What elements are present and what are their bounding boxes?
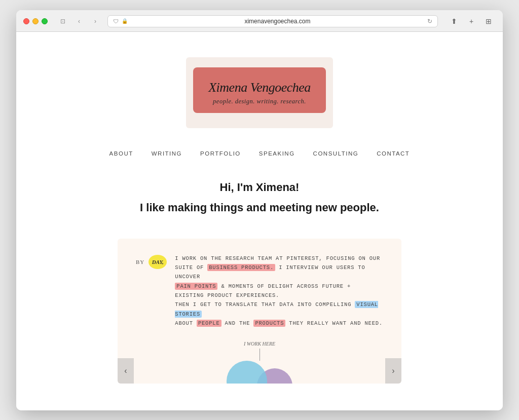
- card-text-line5-post: THEY REALLY WANT AND NEED.: [285, 320, 383, 326]
- nav-portfolio[interactable]: PORTFOLIO: [200, 150, 241, 157]
- card-body-text: I WORK ON THE RESEARCH TEAM AT PINTEREST…: [175, 254, 383, 328]
- by-text: BY: [136, 259, 144, 265]
- carousel-next-button[interactable]: ›: [385, 358, 401, 384]
- i-work-here-label: I WORK HERE: [244, 341, 275, 347]
- card-highlight-people: PEOPLE: [197, 320, 221, 327]
- security-icon: 🛡: [113, 18, 119, 24]
- card-highlight-products: PRODUCTS: [253, 320, 285, 327]
- hero-section: Hi, I'm Ximena! I like making things and…: [130, 167, 389, 239]
- address-bar[interactable]: 🛡 🔒 ximenavengoechea.com ↻: [107, 15, 438, 27]
- webpage-content: Ximena Vengoechea people. design. writin…: [16, 32, 503, 410]
- site-logo-tagline: people. design. writing. research.: [208, 98, 311, 105]
- reload-icon[interactable]: ↻: [427, 18, 432, 25]
- window-controls: ⊡ ‹ ›: [56, 16, 102, 27]
- browser-titlebar: ⊡ ‹ › 🛡 🔒 ximenavengoechea.com ↻ ⬆ + ⊞: [16, 10, 503, 31]
- browser-chrome: ⊡ ‹ › 🛡 🔒 ximenavengoechea.com ↻ ⬆ + ⊞: [16, 10, 503, 32]
- card-content: BY DAY, I WORK ON THE RESEARCH TEAM AT P…: [136, 254, 383, 328]
- fullscreen-button[interactable]: [42, 18, 48, 24]
- logo-container: Ximena Vengoechea people. design. writin…: [186, 57, 333, 128]
- navigation: ABOUT WRITING PORTFOLIO SPEAKING CONSULT…: [109, 143, 410, 167]
- logo-text-block: Ximena Vengoechea people. design. writin…: [208, 80, 311, 105]
- browser-actions: ⬆ + ⊞: [447, 16, 496, 27]
- day-badge: DAY,: [149, 255, 167, 269]
- nav-about[interactable]: ABOUT: [109, 150, 133, 157]
- card-text-line5-mid: AND THE: [221, 320, 254, 326]
- site-logo-name: Ximena Vengoechea: [208, 80, 311, 95]
- sidebar-toggle-button[interactable]: ⊡: [56, 16, 70, 27]
- nav-contact[interactable]: CONTACT: [377, 150, 410, 157]
- card-highlight-business-products: BUSINESS PRODUCTS.: [207, 264, 275, 271]
- traffic-lights: [23, 18, 48, 24]
- logo-section: Ximena Vengoechea people. design. writin…: [176, 32, 343, 143]
- minimize-button[interactable]: [32, 18, 39, 24]
- close-button[interactable]: [23, 18, 29, 24]
- nav-consulting[interactable]: CONSULTING: [313, 150, 359, 157]
- card-text-line1: I WORK ON THE RESEARCH TEAM AT PINTEREST…: [175, 255, 380, 261]
- hero-tagline: I like making things and meeting new peo…: [140, 201, 379, 214]
- card-text-line4: THEN I GET TO TRANSLATE THAT DATA INTO C…: [175, 301, 355, 308]
- by-day-label: BY DAY,: [136, 255, 167, 269]
- infographic-card: BY DAY, I WORK ON THE RESEARCH TEAM AT P…: [118, 239, 401, 384]
- forward-button[interactable]: ›: [88, 16, 102, 27]
- nav-writing[interactable]: WRITING: [152, 150, 182, 157]
- grid-button[interactable]: ⊞: [481, 16, 496, 27]
- nav-speaking[interactable]: SPEAKING: [259, 150, 295, 157]
- new-tab-button[interactable]: +: [464, 16, 478, 27]
- card-text-line2-pre: SUITE OF: [175, 264, 207, 271]
- card-text-line5-pre: ABOUT: [175, 320, 197, 326]
- back-button[interactable]: ‹: [72, 16, 86, 27]
- carousel-prev-button[interactable]: ‹: [118, 358, 134, 384]
- carousel-navigation: ‹ ›: [118, 358, 401, 384]
- lock-icon: 🔒: [122, 18, 128, 24]
- share-button[interactable]: ⬆: [447, 16, 461, 27]
- url-text: ximenavengoechea.com: [131, 18, 424, 25]
- browser-window: ⊡ ‹ › 🛡 🔒 ximenavengoechea.com ↻ ⬆ + ⊞: [16, 10, 503, 410]
- card-highlight-pain-points: PAIN POINTS: [175, 283, 217, 290]
- hero-greeting: Hi, I'm Ximena!: [140, 181, 379, 194]
